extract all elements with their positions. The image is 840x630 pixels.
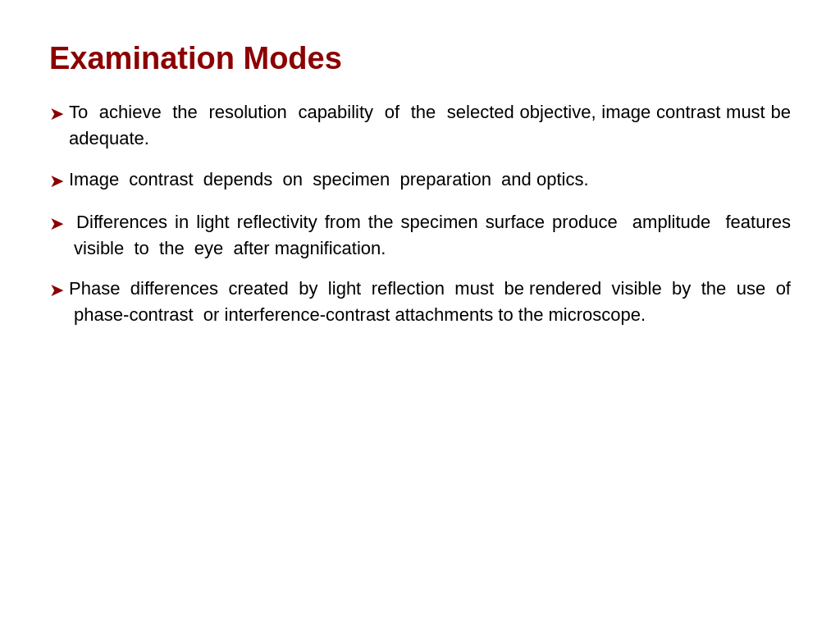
bullet-text-3: Differences in light reflectivity from t… [69, 209, 791, 262]
list-item: ➤ Phase differences created by light ref… [49, 276, 791, 328]
bullet-arrow-4: ➤ [49, 277, 64, 304]
bullet-text-4: Phase differences created by light refle… [69, 276, 791, 328]
bullet-text-2: Image contrast depends on specimen prepa… [69, 167, 791, 193]
list-item: ➤ Differences in light reflectivity from… [49, 209, 791, 262]
bullet-arrow-2: ➤ [49, 168, 64, 194]
bullet-text-1: To achieve the resolution capability of … [69, 99, 791, 152]
bullet-arrow-1: ➤ [49, 101, 64, 127]
list-item: ➤ To achieve the resolution capability o… [49, 99, 791, 152]
bullet-list: ➤ To achieve the resolution capability o… [49, 99, 791, 328]
slide: Examination Modes ➤ To achieve the resol… [0, 0, 840, 630]
slide-title: Examination Modes [49, 41, 791, 76]
list-item: ➤ Image contrast depends on specimen pre… [49, 167, 791, 194]
bullet-arrow-3: ➤ [49, 211, 64, 237]
